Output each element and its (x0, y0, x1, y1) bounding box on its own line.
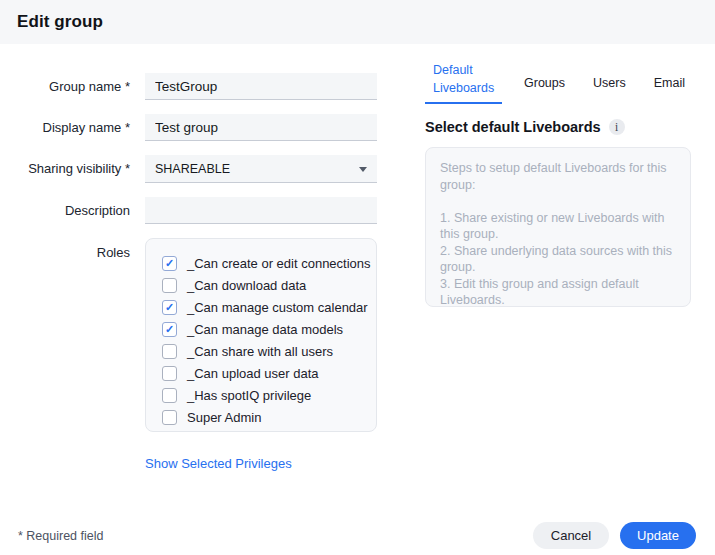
display-name-label: Display name * (0, 114, 130, 141)
sharing-visibility-label: Sharing visibility * (0, 155, 130, 183)
steps-line: 1. Share existing or new Liveboards with… (440, 210, 676, 243)
chevron-down-icon (359, 167, 367, 172)
required-field-note: * Required field (18, 529, 103, 543)
form-row-description: Description (0, 197, 400, 224)
role-option[interactable]: ✓_Can create or edit connections (162, 252, 368, 274)
update-button[interactable]: Update (620, 522, 696, 549)
steps-line: Steps to setup default Liveboards for th… (440, 160, 676, 193)
cancel-button[interactable]: Cancel (533, 522, 609, 549)
panel-tabs: Default LiveboardsGroupsUsersEmail (425, 62, 691, 104)
role-option[interactable]: ✓_Can manage custom calendar (162, 296, 368, 318)
role-label: _Can manage custom calendar (187, 300, 368, 315)
sharing-visibility-value: SHAREABLE (155, 162, 230, 176)
role-option[interactable]: _Can download data (162, 274, 368, 296)
checkbox-unchecked-icon[interactable] (162, 388, 177, 403)
checkbox-checked-icon[interactable]: ✓ (162, 256, 177, 271)
role-option[interactable]: ✓_Can manage data models (162, 318, 368, 340)
group-name-label: Group name * (0, 73, 130, 100)
sharing-visibility-select[interactable]: SHAREABLE (145, 155, 377, 183)
steps-line (440, 193, 676, 210)
tab-users[interactable]: Users (587, 76, 632, 90)
tab-groups[interactable]: Groups (518, 76, 571, 90)
edit-group-dialog: Edit group Group name * Display name * S… (0, 0, 715, 555)
tab-email[interactable]: Email (648, 76, 691, 90)
role-label: _Can manage data models (187, 322, 343, 337)
form-row-roles: Roles ✓_Can create or edit connections_C… (0, 238, 400, 432)
display-name-input[interactable] (145, 114, 377, 141)
checkbox-unchecked-icon[interactable] (162, 410, 177, 425)
role-label: _Has spotIQ privilege (187, 388, 311, 403)
role-label: Super Admin (187, 410, 261, 425)
role-label: _Can create or edit connections (187, 256, 371, 271)
dialog-header: Edit group (0, 0, 715, 44)
checkbox-checked-icon[interactable]: ✓ (162, 322, 177, 337)
show-selected-privileges-link[interactable]: Show Selected Privileges (145, 456, 292, 471)
role-option[interactable]: Super Admin (162, 406, 368, 428)
checkbox-unchecked-icon[interactable] (162, 366, 177, 381)
role-option[interactable]: _Can upload user data (162, 362, 368, 384)
steps-line: 2. Share underlying data sources with th… (440, 243, 676, 276)
role-label: _Can share with all users (187, 344, 333, 359)
edit-group-form: Group name * Display name * Sharing visi… (0, 73, 400, 446)
steps-line: 3. Edit this group and assign default Li… (440, 276, 676, 308)
right-panel: Default LiveboardsGroupsUsersEmail Selec… (425, 62, 691, 307)
info-icon[interactable]: i (609, 119, 625, 135)
dialog-title: Edit group (17, 12, 103, 32)
form-row-group-name: Group name * (0, 73, 400, 100)
roles-checkbox-group: ✓_Can create or edit connections_Can dow… (145, 238, 377, 432)
description-label: Description (0, 197, 130, 224)
group-name-input[interactable] (145, 73, 377, 100)
description-input[interactable] (145, 197, 377, 224)
panel-heading: Select default Liveboards (425, 119, 601, 135)
checkbox-unchecked-icon[interactable] (162, 344, 177, 359)
form-row-display-name: Display name * (0, 114, 400, 141)
checkbox-checked-icon[interactable]: ✓ (162, 300, 177, 315)
roles-label: Roles (0, 238, 130, 261)
checkbox-unchecked-icon[interactable] (162, 278, 177, 293)
panel-heading-row: Select default Liveboards i (425, 119, 691, 135)
role-option[interactable]: _Has spotIQ privilege (162, 384, 368, 406)
form-row-sharing-visibility: Sharing visibility * SHAREABLE (0, 155, 400, 183)
role-label: _Can upload user data (187, 366, 319, 381)
role-option[interactable]: _Can share with all users (162, 340, 368, 362)
steps-box: Steps to setup default Liveboards for th… (425, 147, 691, 307)
role-label: _Can download data (187, 278, 306, 293)
tab-default-liveboards[interactable]: Default Liveboards (425, 62, 502, 104)
